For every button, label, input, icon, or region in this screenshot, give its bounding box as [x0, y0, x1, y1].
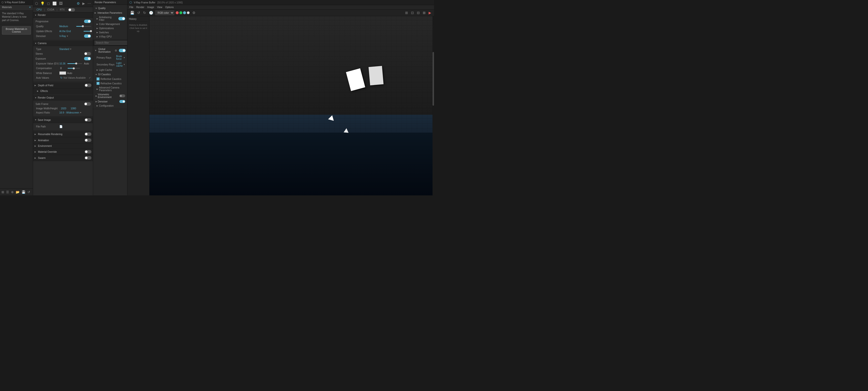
fb-render-icon[interactable]: ▶: [428, 10, 432, 15]
list-icon[interactable]: ☰: [6, 190, 9, 194]
environment-header[interactable]: ▶ Environment: [33, 143, 93, 149]
dof-section-header[interactable]: ▶ Depth of Field: [33, 82, 93, 89]
swarm-header[interactable]: ▶ Swarm: [33, 155, 93, 161]
light-icon[interactable]: 💡: [40, 1, 45, 6]
channel-select[interactable]: RGB color: [155, 10, 174, 15]
gi-caustics-header[interactable]: ▼ GI Caustics: [93, 72, 127, 77]
quality-config-header[interactable]: ▼ Quality: [93, 6, 127, 10]
swarm-toggle[interactable]: [85, 156, 91, 159]
browse-materials-button[interactable]: Browse Materials in Cosmos: [2, 26, 31, 35]
blue-circle[interactable]: [183, 11, 186, 14]
fb-history-icon[interactable]: 🕐: [148, 10, 154, 15]
ev-slider[interactable]: [67, 63, 82, 64]
white-balance-swatch[interactable]: [59, 71, 66, 75]
fb-menu-render[interactable]: Render: [136, 6, 144, 8]
grid-icon[interactable]: ⊞: [1, 190, 4, 194]
layers-icon[interactable]: ⬜: [52, 1, 57, 6]
file-browse-icon[interactable]: 📄: [59, 125, 63, 128]
fb-menu-options[interactable]: Options: [165, 6, 174, 8]
search-input[interactable]: [95, 41, 127, 45]
more-icon[interactable]: ⋯: [87, 1, 91, 6]
render-icon[interactable]: ⬡: [35, 1, 38, 6]
denoiser-toggle[interactable]: [84, 34, 91, 38]
red-circle[interactable]: [176, 11, 179, 14]
update-effects-slider[interactable]: [84, 31, 91, 32]
fb-redo-icon[interactable]: ↻: [143, 10, 147, 15]
rtx-tab[interactable]: RTX: [58, 8, 67, 11]
render-section-header[interactable]: ▼ Render: [33, 12, 93, 18]
camera-section-header[interactable]: ▼ Camera: [33, 41, 93, 46]
white-balance-row: White Balance Auto: [33, 70, 93, 76]
cube-icon[interactable]: ◻: [46, 1, 51, 6]
animation-header[interactable]: ▶ Animation: [33, 137, 93, 143]
green-circle[interactable]: [179, 11, 182, 14]
render-output-header[interactable]: ▼ Render Output: [33, 95, 93, 100]
fb-compare-icon[interactable]: ⊟: [416, 10, 421, 15]
fb-save-icon[interactable]: 💾: [129, 10, 135, 15]
white-circle[interactable]: [187, 11, 190, 14]
materials-tab[interactable]: Materials ✕: [0, 5, 33, 10]
fb-menu-file[interactable]: File: [129, 6, 133, 8]
refresh-icon[interactable]: ↻: [60, 76, 62, 80]
material-override-toggle[interactable]: [85, 150, 91, 153]
viewport-scrollbar[interactable]: [433, 16, 434, 196]
stereo-toggle[interactable]: [84, 52, 91, 55]
fb-menubar: File Render Image View Options: [127, 5, 434, 9]
exposure-toggle[interactable]: [84, 57, 91, 60]
fb-fit-icon[interactable]: ⊡: [410, 10, 415, 15]
folder-open-icon[interactable]: 📂: [16, 190, 20, 194]
history-message[interactable]: History is disabled. Click here to set i…: [129, 24, 148, 33]
primary-rays-value[interactable]: Brute force: [116, 55, 123, 60]
save-image-header[interactable]: ▼ Save Image: [33, 117, 93, 123]
undo-icon[interactable]: ↺: [27, 190, 30, 194]
fb-settings2-icon[interactable]: ⚙: [192, 10, 196, 15]
gi-toggle[interactable]: [119, 49, 126, 52]
refractive-checkbox[interactable]: ✓: [97, 82, 99, 85]
fb-zoom-icon[interactable]: ⊞: [404, 10, 409, 15]
antialiasing-toggle[interactable]: [118, 17, 125, 20]
rtx-toggle[interactable]: [68, 8, 75, 11]
fb-channels-icon[interactable]: ⊠: [422, 10, 426, 15]
gi-settings-icon[interactable]: ⚙: [115, 49, 117, 52]
vol-toggle[interactable]: [119, 94, 125, 97]
close-tab-icon[interactable]: ✕: [29, 6, 31, 8]
fb-undo-icon[interactable]: ↺: [136, 10, 141, 15]
safe-frame-toggle[interactable]: [84, 102, 91, 106]
light-cache-label: Light Cache: [99, 69, 125, 71]
compensation-slider[interactable]: [68, 68, 80, 69]
add-icon[interactable]: ⊕: [11, 190, 14, 194]
reflective-checkbox[interactable]: ✓: [97, 78, 99, 81]
fb-logo-icon: ⬡: [129, 1, 132, 4]
aspect-value[interactable]: 16:9 - Widescreen ▼: [59, 111, 91, 114]
cuda-tab[interactable]: CUDA: [45, 8, 56, 11]
compensation-input[interactable]: [59, 67, 67, 70]
fb-menu-view[interactable]: View: [157, 6, 162, 8]
save-icon[interactable]: 💾: [22, 190, 26, 194]
denoiser-config-toggle[interactable]: [119, 100, 125, 103]
play-icon[interactable]: ▶: [82, 1, 86, 6]
wb-auto-label[interactable]: Auto: [67, 72, 91, 74]
effects-section-header[interactable]: ▶ Effects: [33, 89, 93, 94]
fb-menu-image[interactable]: Image: [147, 6, 154, 8]
resumable-header[interactable]: ▶ Resumable Rendering: [33, 131, 93, 137]
dof-toggle[interactable]: [85, 84, 91, 87]
interactive-params-header[interactable]: ▶ Interactive Parameters: [93, 10, 127, 15]
save-image-toggle[interactable]: [85, 118, 91, 122]
denoiser-value[interactable]: V-Ray ▼: [59, 35, 83, 37]
image-icon[interactable]: 🖼: [59, 1, 63, 6]
progressive-toggle[interactable]: [84, 20, 91, 23]
material-override-header[interactable]: ▶ Material Override: [33, 149, 93, 155]
quality-slider[interactable]: [76, 26, 91, 27]
gi-header[interactable]: ▼ Global Illumination ⚙: [93, 47, 127, 54]
scrollbar-thumb[interactable]: [433, 52, 434, 106]
settings-icon[interactable]: ⚙: [76, 1, 81, 6]
quality-row: Quality Medium: [33, 24, 93, 29]
auto-label[interactable]: Auto: [84, 62, 91, 65]
camera-type-value[interactable]: Standard ▼: [59, 48, 91, 51]
cpu-tab[interactable]: CPU: [35, 8, 43, 11]
resumable-toggle[interactable]: [85, 132, 91, 136]
secondary-rays-value[interactable]: Light cache: [116, 62, 123, 67]
animation-toggle[interactable]: [85, 139, 91, 142]
save-image-arrow: ▼: [35, 119, 37, 121]
gi-caustics-label: GI Caustics: [98, 73, 111, 76]
